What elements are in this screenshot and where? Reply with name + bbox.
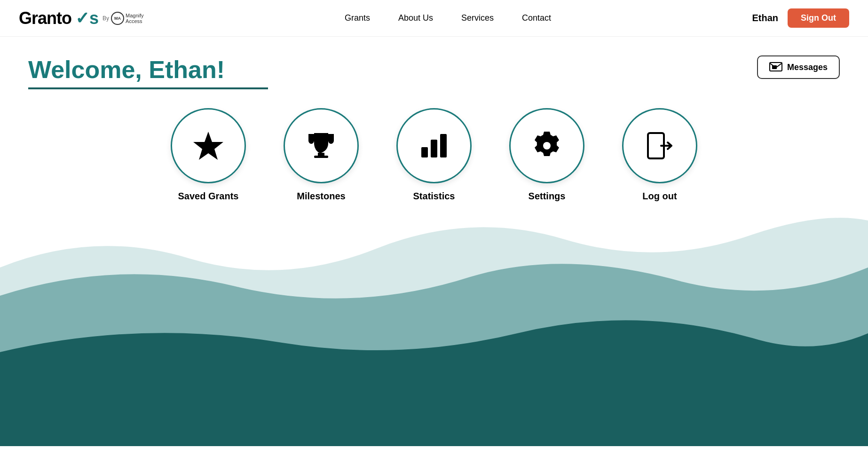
nav-link-contact[interactable]: Contact [522, 13, 551, 23]
logout-icon [643, 129, 676, 162]
saved-grants-item[interactable]: Saved Grants [171, 108, 246, 202]
svg-rect-7 [431, 140, 437, 157]
milestones-label: Milestones [297, 191, 345, 202]
navbar-right: Ethan Sign Out [752, 8, 849, 28]
star-icon [192, 129, 225, 162]
user-name: Ethan [752, 13, 778, 24]
signout-button[interactable]: Sign Out [788, 8, 849, 28]
svg-rect-5 [314, 156, 328, 158]
statistics-label: Statistics [413, 191, 455, 202]
logout-label: Log out [642, 191, 677, 202]
settings-label: Settings [529, 191, 566, 202]
icons-row: Saved Grants Milestones [28, 108, 840, 202]
statistics-icon [418, 129, 450, 162]
saved-grants-circle [171, 108, 246, 183]
milestones-item[interactable]: Milestones [284, 108, 359, 202]
logo-checkmark: ✓s [75, 8, 99, 28]
wave-section: View Available Grants My Applications [0, 173, 868, 446]
svg-rect-8 [440, 134, 447, 157]
main-content: Welcome, Ethan! Messages Saved Grants [0, 37, 868, 202]
logo: Granto ✓s By MA MagnifyAccess [19, 8, 144, 28]
svg-point-9 [543, 142, 551, 149]
nav-link-services[interactable]: Services [461, 13, 494, 23]
logo-by: By MA MagnifyAccess [103, 12, 144, 25]
welcome-underline [28, 87, 268, 89]
messages-icon [769, 62, 782, 72]
statistics-item[interactable]: Statistics [396, 108, 472, 202]
navbar: Granto ✓s By MA MagnifyAccess Grants Abo… [0, 0, 868, 37]
magnify-access-logo: MA MagnifyAccess [111, 12, 144, 25]
wave-background [0, 173, 868, 446]
nav-link-grants[interactable]: Grants [345, 13, 370, 23]
gear-icon [530, 129, 563, 162]
logo-text: Granto [19, 8, 71, 28]
nav-link-about-us[interactable]: About Us [398, 13, 433, 23]
logout-item[interactable]: Log out [622, 108, 697, 202]
messages-label: Messages [787, 63, 828, 72]
saved-grants-label: Saved Grants [178, 191, 239, 202]
statistics-circle [396, 108, 472, 183]
svg-rect-6 [421, 147, 428, 157]
settings-circle [509, 108, 584, 183]
welcome-title: Welcome, Ethan! [28, 55, 840, 84]
svg-rect-4 [318, 153, 324, 156]
milestones-circle [284, 108, 359, 183]
nav-links: Grants About Us Services Contact [345, 13, 551, 23]
messages-button[interactable]: Messages [757, 55, 840, 79]
settings-item[interactable]: Settings [509, 108, 584, 202]
logout-circle [622, 108, 697, 183]
svg-marker-3 [193, 132, 223, 160]
trophy-icon [305, 129, 338, 162]
